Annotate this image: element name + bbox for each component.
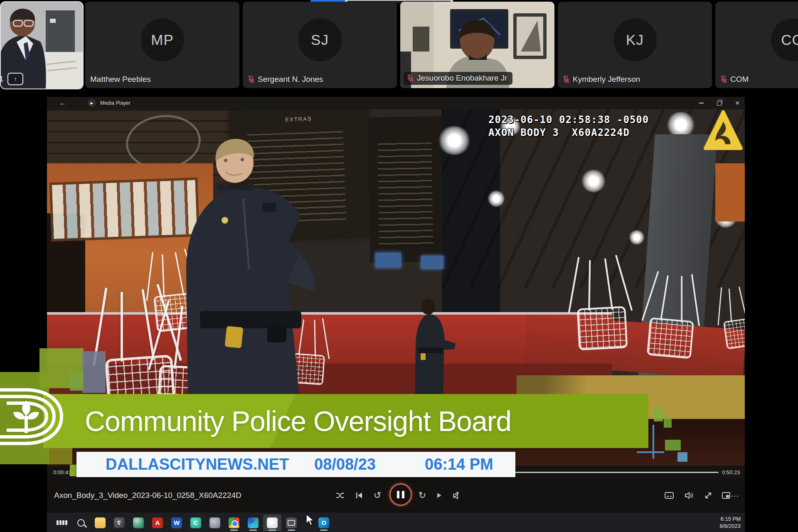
taskbar-clock[interactable]: 6:15 PM 8/8/2023 (719, 515, 741, 530)
taskbar-globe-browser[interactable] (129, 515, 148, 531)
more-options-button[interactable]: ··· (729, 489, 741, 502)
taskbar-camera-app[interactable] (282, 515, 300, 531)
next-button[interactable] (433, 489, 446, 502)
taskbar-teams[interactable] (206, 515, 224, 531)
mic-muted-icon (720, 75, 727, 84)
fullscreen-button[interactable] (702, 489, 714, 502)
start-button[interactable] (53, 515, 71, 531)
participant-name: Sergeant N. Jones (258, 75, 323, 84)
taskbar-word[interactable]: W (167, 515, 186, 531)
deco-square (677, 452, 687, 462)
skip-forward-button[interactable]: ↻ (416, 489, 429, 502)
deco-square (70, 371, 83, 391)
media-player-window: ← ▶ Media Player ✕ EXTRAS (47, 97, 745, 512)
participant-tile-jesuorobo[interactable]: Jesuorobo Enobakhare Jr (400, 2, 554, 88)
media-player-app-icon: ▶ (88, 99, 96, 107)
participant-name: COM (730, 75, 749, 84)
deco-square (654, 408, 663, 421)
participant-tile-matthew-peebles[interactable]: MP Matthew Peebles (85, 2, 239, 88)
participant-name: Kymberly Jefferson (573, 75, 640, 84)
scene-tv-screen (375, 253, 401, 268)
chair-icon (638, 269, 704, 365)
news-source: DALLASCITYNEWS.NET (106, 456, 289, 473)
minimize-button[interactable] (699, 103, 704, 103)
mic-muted-icon (563, 75, 570, 84)
deco-square (82, 351, 106, 393)
elapsed-time: 0:00:41 (53, 469, 71, 475)
deco-square (664, 418, 672, 428)
officer-background (402, 294, 465, 411)
axon-timestamp-overlay: 2023-06-10 02:58:38 -0500AXON BODY 3 X60… (488, 113, 649, 139)
taskbar-outlook[interactable]: O (315, 515, 333, 531)
participant-tile-sergeant-jones[interactable]: SJ Sergeant N. Jones (243, 2, 397, 88)
news-time: 06:14 PM (425, 456, 493, 473)
ceiling-light (438, 126, 471, 155)
avatar: CO (771, 18, 798, 62)
taskbar: ʕ A W C ▶ O 6:15 PM 8/8/2023 (47, 512, 745, 532)
taskbar-file-explorer[interactable] (91, 515, 109, 531)
tile-badge: 1 (0, 74, 4, 84)
participant-tile-host[interactable]: 1 ↑ (0, 1, 84, 89)
ceiling-light (666, 112, 695, 138)
taskbar-chrome[interactable] (225, 515, 243, 531)
participant-tile-com[interactable]: CO COM (715, 2, 798, 88)
share-screen-icon[interactable]: ↑ (7, 73, 23, 85)
video-filename: Axon_Body_3_Video_2023-06-10_0258_X60A22… (54, 491, 241, 500)
skip-back-button[interactable]: ↺ (371, 489, 384, 502)
clock-time: 6:15 PM (721, 516, 741, 522)
chair-icon (564, 254, 635, 357)
dallas-city-logo (0, 387, 69, 447)
axon-logo (704, 109, 743, 152)
taskbar-edge[interactable] (244, 515, 262, 531)
clock-date: 8/8/2023 (719, 523, 741, 529)
news-ticker-bar: DALLASCITYNEWS.NET 08/08/23 06:14 PM (76, 452, 515, 477)
avatar: MP (141, 18, 184, 62)
media-player-titlebar: ← ▶ Media Player ✕ (47, 97, 745, 109)
avatar: KJ (613, 18, 657, 62)
scene-tv-screen (421, 256, 443, 269)
taskbar-teal-app[interactable]: C (187, 515, 205, 531)
participant-name: Jesuorobo Enobakhare Jr (417, 74, 507, 83)
lower-third-title: Community Police Oversight Board (85, 405, 511, 437)
menu-board-header: EXTRAS (285, 116, 312, 123)
subtitles-button[interactable] (663, 489, 675, 502)
ceiling-light (488, 190, 505, 207)
deco-crosshair-vertical (653, 425, 654, 459)
ceiling-light (581, 170, 606, 192)
mute-button[interactable] (451, 489, 463, 502)
window-title: Media Player (100, 100, 131, 106)
taskbar-media-player[interactable]: ▶ (263, 515, 281, 531)
officer-foreground (163, 132, 346, 424)
scene-menu-board (368, 116, 447, 263)
deco-crosshair-horizontal (637, 451, 664, 453)
taskbar-adobe-acrobat[interactable]: A (148, 515, 167, 531)
news-date: 08/08/23 (314, 456, 376, 473)
participant-tile-kymberly-jefferson[interactable]: KJ Kymberly Jefferson (558, 2, 712, 88)
pause-button[interactable] (389, 483, 412, 506)
deco-square (665, 440, 681, 451)
menu-board-text (377, 143, 433, 248)
mouse-cursor (305, 514, 315, 526)
restore-button[interactable] (717, 101, 722, 106)
seek-track[interactable] (514, 472, 719, 473)
previous-button[interactable] (353, 489, 365, 502)
mic-muted-icon (248, 75, 255, 84)
mic-muted-icon (407, 74, 414, 82)
lower-third-banner: Community Police Oversight Board (43, 394, 648, 448)
close-button[interactable]: ✕ (735, 100, 740, 106)
remaining-time: 0:50:23 (722, 469, 740, 475)
participant-name: Matthew Peebles (90, 75, 151, 84)
shuffle-button[interactable] (334, 489, 346, 502)
volume-button[interactable] (683, 489, 695, 502)
taskbar-dark-swirl-app[interactable]: ʕ (110, 515, 128, 531)
screen: { "meeting": { "participants": [ {"name"… (0, 0, 798, 532)
taskbar-search[interactable] (72, 515, 90, 531)
playback-controls: Axon_Body_3_Video_2023-06-10_0258_X60A22… (47, 479, 745, 512)
ceiling-light (629, 230, 645, 245)
back-button[interactable]: ← (59, 99, 66, 107)
avatar: SJ (298, 18, 342, 62)
scene-orange-accent (715, 163, 745, 222)
